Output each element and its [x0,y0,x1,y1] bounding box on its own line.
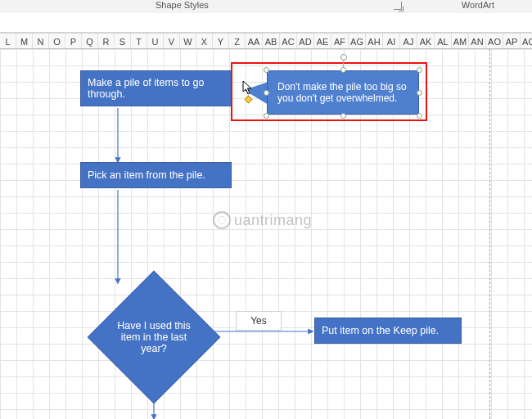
column-header-AJ[interactable]: AJ [400,34,417,48]
label-yes[interactable]: Yes [236,311,282,331]
shape-text: Don't make the pile too big so you don't… [277,81,412,104]
rotation-handle-icon[interactable] [340,54,347,61]
column-header-R[interactable]: R [98,34,115,48]
column-header-V[interactable]: V [164,34,180,48]
column-header-L[interactable]: L [0,34,16,48]
process-keep[interactable]: Put item on the Keep pile. [314,318,462,344]
callout-shape[interactable]: Don't make the pile too big so you don't… [267,70,419,115]
ribbon-group-shape-styles: Shape Styles [156,0,209,10]
decision-shape[interactable]: Have I used this item in the last year? [88,272,219,403]
column-header-AP[interactable]: AP [503,34,521,48]
column-header-AA[interactable]: AA [246,34,263,48]
ribbon-divider [0,13,532,33]
column-header-S[interactable]: S [115,34,131,48]
ribbon-fragment [0,0,532,13]
column-header-P[interactable]: P [65,34,82,48]
resize-handle-sw[interactable] [264,113,269,119]
column-header-Y[interactable]: Y [213,34,229,48]
column-headers[interactable]: LMNOPQRSTUVWXYZAAABACADAEAFAGAHAIAJAKALA… [0,33,532,49]
resize-handle-e[interactable] [417,90,422,96]
column-header-Z[interactable]: Z [229,34,246,48]
dialog-launcher-icon[interactable] [394,2,402,10]
print-boundary [489,49,490,419]
process-step-1[interactable]: Make a pile of items to go through. [80,70,232,106]
shape-text: Make a pile of items to go through. [88,77,224,100]
column-header-M[interactable]: M [16,34,33,48]
column-header-AQ[interactable]: AQ [521,34,532,48]
label-text: Yes [250,315,267,327]
ribbon-group-wordart: WordArt [462,0,494,10]
resize-handle-se[interactable] [417,113,422,119]
column-header-AN[interactable]: AN [469,34,486,48]
column-header-AM[interactable]: AM [452,34,469,48]
resize-handle-nw[interactable] [264,67,269,73]
shape-text: Pick an item from the pile. [88,169,205,181]
column-header-X[interactable]: X [196,34,213,48]
column-header-U[interactable]: U [147,34,164,48]
column-header-AG[interactable]: AG [349,34,366,48]
process-step-2[interactable]: Pick an item from the pile. [80,162,232,188]
column-header-AI[interactable]: AI [383,34,400,48]
shape-text: Put item on the Keep pile. [322,325,439,336]
column-header-AF[interactable]: AF [331,34,349,48]
column-header-AD[interactable]: AD [297,34,314,48]
column-header-AK[interactable]: AK [417,34,435,48]
column-header-AC[interactable]: AC [280,34,297,48]
resize-handle-n[interactable] [340,67,346,73]
resize-handle-s[interactable] [340,113,346,119]
column-header-AL[interactable]: AL [435,34,452,48]
resize-handle-ne[interactable] [417,67,422,73]
column-header-T[interactable]: T [131,34,147,48]
column-header-AE[interactable]: AE [314,34,331,48]
column-header-AH[interactable]: AH [366,34,383,48]
column-header-N[interactable]: N [33,34,49,48]
column-header-Q[interactable]: Q [82,34,98,48]
column-header-W[interactable]: W [180,34,196,48]
column-header-AB[interactable]: AB [263,34,280,48]
resize-handle-w[interactable] [264,90,269,96]
column-header-O[interactable]: O [49,34,65,48]
shape-text: Have I used this item in the last year? [88,272,219,403]
column-header-AO[interactable]: AO [486,34,503,48]
